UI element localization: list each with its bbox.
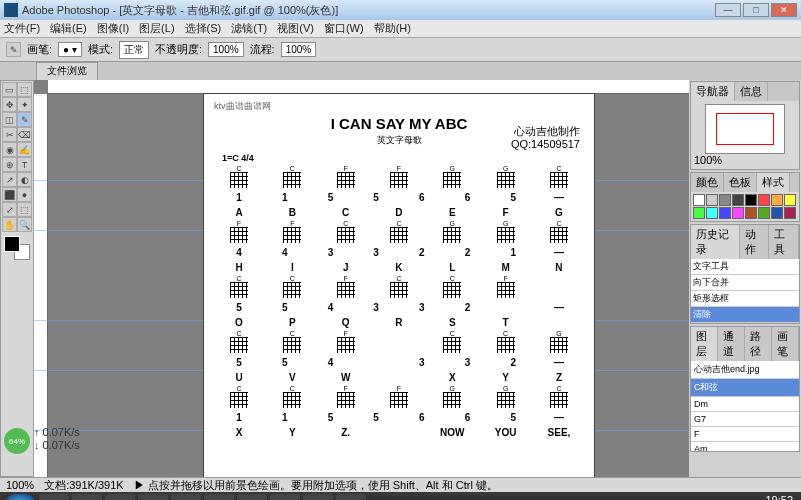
fg-color[interactable]: [4, 236, 20, 252]
taskbar-app-icon[interactable]: [105, 494, 135, 500]
tool-button[interactable]: ✎: [17, 112, 32, 127]
tool-button[interactable]: ↗: [2, 172, 17, 187]
layer-item[interactable]: Dm: [691, 397, 799, 412]
menu-item[interactable]: 编辑(E): [50, 21, 87, 36]
taskbar-app-icon[interactable]: [171, 494, 201, 500]
tool-button[interactable]: ✦: [17, 97, 32, 112]
panel-tab[interactable]: 信息: [735, 82, 768, 101]
menu-item[interactable]: 图层(L): [139, 21, 174, 36]
panel-tab[interactable]: 路径: [745, 327, 772, 361]
tool-button[interactable]: ⤢: [2, 202, 17, 217]
taskbar-app-icon[interactable]: [39, 494, 69, 500]
maximize-button[interactable]: □: [743, 3, 769, 17]
flow-value[interactable]: 100%: [281, 42, 317, 57]
swatch[interactable]: [732, 194, 744, 206]
panel-tab[interactable]: 工具: [769, 225, 799, 259]
menu-item[interactable]: 文件(F): [4, 21, 40, 36]
swatch[interactable]: [693, 207, 705, 219]
color-swatch[interactable]: [2, 236, 32, 260]
layer-item[interactable]: C和弦: [691, 379, 799, 397]
system-clock[interactable]: 19:52 2014/3/30: [744, 494, 797, 500]
tool-button[interactable]: ✂: [2, 127, 17, 142]
opacity-value[interactable]: 100%: [208, 42, 244, 57]
layer-item[interactable]: F: [691, 427, 799, 442]
file-browser-tab[interactable]: 文件浏览: [36, 62, 98, 80]
document-canvas[interactable]: ktv曲谱曲谱网 I CAN SAY MY ABC 英文字母歌 心动吉他制作 Q…: [204, 94, 594, 477]
panel-tab[interactable]: 画笔: [772, 327, 799, 361]
swatch[interactable]: [745, 194, 757, 206]
menu-item[interactable]: 窗口(W): [324, 21, 364, 36]
tool-button[interactable]: ✍: [17, 142, 32, 157]
swatch[interactable]: [719, 194, 731, 206]
canvas-area[interactable]: C ktv曲谱曲谱网 I CAN SAY MY ABC 英文字母歌 心动吉他制作…: [34, 80, 689, 477]
history-item[interactable]: 向下合并: [691, 275, 799, 291]
tool-button[interactable]: ◫: [2, 112, 17, 127]
panel-tab[interactable]: 历史记录: [691, 225, 740, 259]
tool-button[interactable]: ◐: [17, 172, 32, 187]
taskbar-app-icon[interactable]: [237, 494, 267, 500]
taskbar-app-icon[interactable]: [270, 494, 300, 500]
tool-button[interactable]: ✥: [2, 97, 17, 112]
close-button[interactable]: ✕: [771, 3, 797, 17]
panel-tab[interactable]: 颜色: [691, 173, 724, 192]
swatch[interactable]: [732, 207, 744, 219]
tool-button[interactable]: ⌫: [17, 127, 32, 142]
ruler-horizontal[interactable]: [48, 80, 689, 94]
mode-select[interactable]: 正常: [119, 41, 149, 59]
swatch[interactable]: [784, 207, 796, 219]
tool-button[interactable]: ⬚: [17, 82, 32, 97]
tool-button[interactable]: T: [17, 157, 32, 172]
swatch[interactable]: [758, 194, 770, 206]
menu-item[interactable]: 帮助(H): [374, 21, 411, 36]
num-cell: 4: [218, 247, 260, 258]
start-button[interactable]: [4, 494, 36, 500]
panel-tab[interactable]: 通道: [718, 327, 745, 361]
tool-button[interactable]: ●: [17, 187, 32, 202]
swatch[interactable]: [693, 194, 705, 206]
ruler-vertical[interactable]: [34, 94, 48, 477]
swatch[interactable]: [706, 194, 718, 206]
tool-button[interactable]: ⊕: [2, 157, 17, 172]
history-item[interactable]: 文字工具: [691, 259, 799, 275]
taskbar-app-icon[interactable]: [336, 494, 366, 500]
history-item[interactable]: 清除: [691, 307, 799, 323]
status-zoom[interactable]: 100%: [6, 479, 34, 491]
minimize-button[interactable]: —: [715, 3, 741, 17]
chord-cell: F: [378, 165, 420, 188]
tool-button[interactable]: ◉: [2, 142, 17, 157]
brush-icon[interactable]: ✎: [6, 42, 21, 57]
menu-item[interactable]: 滤镜(T): [231, 21, 267, 36]
navigator-thumb[interactable]: [705, 104, 785, 154]
menu-item[interactable]: 选择(S): [185, 21, 222, 36]
swatch[interactable]: [771, 207, 783, 219]
panel-tab[interactable]: 样式: [757, 173, 790, 192]
tool-button[interactable]: ⬚: [17, 202, 32, 217]
tool-button[interactable]: ▭: [2, 82, 17, 97]
swatch[interactable]: [706, 207, 718, 219]
brush-picker[interactable]: ● ▾: [58, 42, 82, 57]
chord-cell: C: [218, 385, 260, 408]
taskbar-app-icon[interactable]: [138, 494, 168, 500]
panel-tab[interactable]: 图层: [691, 327, 718, 361]
history-item[interactable]: 矩形选框: [691, 291, 799, 307]
swatch[interactable]: [784, 194, 796, 206]
tool-button[interactable]: 🔍: [17, 217, 32, 232]
swatch[interactable]: [771, 194, 783, 206]
progress-badge[interactable]: 64%: [4, 428, 30, 454]
menu-item[interactable]: 视图(V): [277, 21, 314, 36]
tool-button[interactable]: ✋: [2, 217, 17, 232]
swatch[interactable]: [719, 207, 731, 219]
panel-tab[interactable]: 色板: [724, 173, 757, 192]
taskbar-app-icon[interactable]: [303, 494, 333, 500]
layer-file[interactable]: 心动吉他end.jpg: [691, 361, 799, 379]
swatch[interactable]: [745, 207, 757, 219]
panel-tab[interactable]: 导航器: [691, 82, 735, 101]
panel-tab[interactable]: 动作: [740, 225, 770, 259]
swatch[interactable]: [758, 207, 770, 219]
layer-item[interactable]: Am: [691, 442, 799, 451]
layer-item[interactable]: G7: [691, 412, 799, 427]
taskbar-app-icon[interactable]: [204, 494, 234, 500]
taskbar-app-icon[interactable]: [72, 494, 102, 500]
menu-item[interactable]: 图像(I): [97, 21, 129, 36]
tool-button[interactable]: ⬛: [2, 187, 17, 202]
